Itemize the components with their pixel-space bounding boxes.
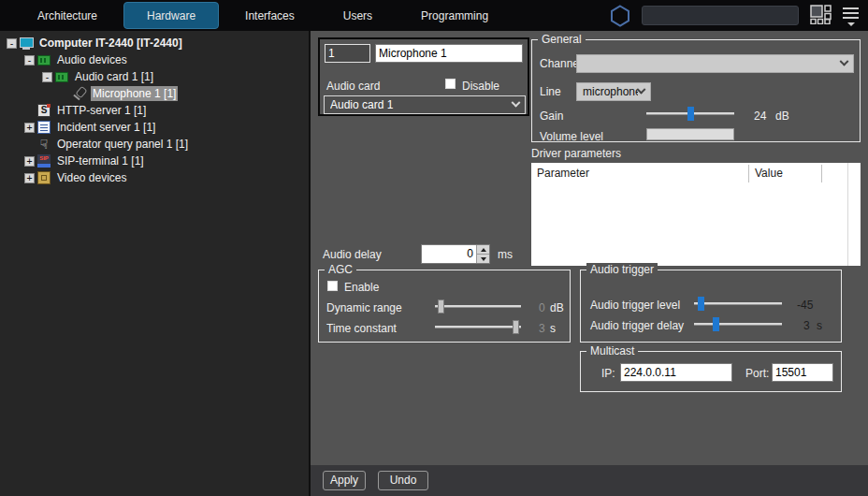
http-server-icon	[37, 104, 51, 117]
audio-trigger-delay-value: 3	[803, 319, 810, 332]
line-select[interactable]: microphone	[576, 82, 651, 101]
object-name-input[interactable]	[375, 44, 523, 63]
agc-group-title: AGC	[325, 263, 356, 276]
application-window: Architecture Hardware Interfaces Users P…	[0, 0, 868, 496]
multicast-group: Multicast IP: Port:	[580, 351, 842, 392]
scrollbar-track	[847, 163, 848, 266]
expand-icon[interactable]: +	[24, 156, 35, 167]
nav-tabs: Architecture Hardware Interfaces Users P…	[13, 0, 513, 31]
collapse-icon[interactable]: -	[7, 38, 17, 49]
video-devices-icon	[37, 171, 51, 184]
slider-track	[435, 326, 521, 328]
audio-trigger-delay-slider[interactable]	[694, 317, 782, 331]
tree-item[interactable]: Operator query panel 1 [1]	[0, 136, 309, 153]
slider-track	[694, 302, 782, 305]
slider-thumb[interactable]	[698, 297, 704, 311]
collapse-icon[interactable]: -	[42, 72, 52, 82]
channel-select[interactable]	[576, 54, 854, 73]
audio-card-label: Audio card	[326, 80, 380, 93]
tree-item-label: Incident server 1 [1]	[55, 120, 157, 135]
chevron-down-icon	[840, 56, 849, 66]
volume-level-bar	[646, 128, 734, 140]
tree-item-label: Audio card 1 [1]	[73, 69, 155, 84]
expand-icon[interactable]: +	[24, 173, 35, 183]
search-input[interactable]	[642, 6, 799, 25]
tree-item[interactable]: -Computer IT-2440 [IT-2440]	[0, 35, 309, 51]
slider-thumb[interactable]	[687, 107, 694, 121]
multicast-ip-input[interactable]	[620, 363, 732, 382]
time-constant-slider[interactable]	[435, 320, 521, 334]
tree-item[interactable]: HTTP-server 1 [1]	[0, 102, 309, 119]
tree-item[interactable]: +Incident server 1 [1]	[0, 119, 309, 136]
column-divider[interactable]	[748, 165, 749, 182]
undo-button[interactable]: Undo	[378, 471, 428, 490]
collapse-icon[interactable]: -	[24, 55, 35, 66]
device-tree: -Computer IT-2440 [IT-2440]-Audio device…	[0, 31, 309, 496]
slider-track	[435, 305, 521, 308]
disable-checkbox[interactable]	[444, 78, 456, 90]
column-header-value[interactable]: Value	[755, 167, 783, 180]
tree-item-label: Microphone 1 [1]	[91, 86, 178, 101]
down-arrow-icon	[481, 257, 486, 261]
tab-interfaces[interactable]: Interfaces	[221, 0, 319, 31]
agc-group: AGC Enable Dynamic range 0 dB Time const…	[318, 270, 571, 343]
hexagon-icon[interactable]	[610, 5, 630, 27]
gain-label: Gain	[540, 109, 563, 123]
tab-programming[interactable]: Programming	[397, 0, 513, 31]
tree-item[interactable]: -Audio card 1 [1]	[0, 68, 309, 85]
dynamic-range-slider[interactable]	[435, 299, 521, 314]
time-constant-value: 3	[539, 322, 545, 335]
expand-icon[interactable]: +	[24, 123, 35, 133]
audio-delay-unit: ms	[498, 248, 513, 261]
column-divider[interactable]	[821, 165, 822, 182]
tab-architecture[interactable]: Architecture	[13, 0, 122, 31]
driver-parameters-title: Driver parameters	[531, 147, 621, 160]
line-label: Line	[540, 85, 561, 98]
time-constant-label: Time constant	[326, 322, 397, 335]
tree-item-label: SIP-terminal 1 [1]	[55, 153, 146, 168]
gain-slider[interactable]	[646, 107, 734, 121]
config-panel: Audio card Disable Audio card 1 General …	[311, 31, 868, 465]
audio-delay-input[interactable]: 0	[421, 244, 490, 264]
driver-parameters-table[interactable]: Parameter Value	[531, 163, 861, 266]
sip-terminal-icon	[37, 154, 51, 168]
slider-track	[694, 323, 782, 326]
object-id-input[interactable]	[325, 44, 370, 63]
operator-panel-icon	[37, 138, 51, 151]
agc-enable-checkbox[interactable]	[326, 280, 339, 292]
identity-box: Audio card Disable Audio card 1	[318, 37, 529, 116]
audio-trigger-level-slider[interactable]	[694, 297, 782, 311]
tree-item[interactable]: -Audio devices	[0, 51, 309, 68]
multicast-port-label: Port:	[745, 367, 769, 380]
tree-item-label: Video devices	[55, 170, 129, 185]
tree-item[interactable]: +SIP-terminal 1 [1]	[0, 153, 309, 169]
audio-card-select[interactable]: Audio card 1	[324, 95, 526, 114]
tree-item[interactable]: Microphone 1 [1]	[0, 85, 309, 102]
multicast-port-input[interactable]	[772, 363, 833, 382]
general-group-title: General	[538, 33, 586, 46]
tab-hardware[interactable]: Hardware	[123, 2, 219, 29]
tree-item[interactable]: +Video devices	[0, 169, 309, 186]
audio-trigger-level-label: Audio trigger level	[590, 299, 680, 312]
slider-thumb[interactable]	[713, 317, 719, 331]
tree-item-label: HTTP-server 1 [1]	[55, 103, 148, 118]
gain-value: 24	[754, 109, 766, 123]
tree-item-label: Operator query panel 1 [1]	[55, 137, 190, 152]
spin-down-button[interactable]	[477, 255, 489, 263]
audio-trigger-group: Audio trigger Audio trigger level -45 Au…	[580, 270, 842, 343]
tree-item-label: Audio devices	[55, 52, 129, 67]
column-header-parameter[interactable]: Parameter	[537, 167, 589, 180]
menu-icon[interactable]	[843, 6, 859, 26]
action-bar: Apply Undo	[311, 465, 868, 496]
slider-thumb[interactable]	[438, 299, 444, 314]
spin-up-button[interactable]	[477, 245, 489, 255]
layout-grid-icon[interactable]	[810, 5, 832, 27]
audio-card-icon	[37, 55, 51, 66]
dynamic-range-value: 0	[539, 301, 545, 314]
tab-users[interactable]: Users	[319, 0, 397, 31]
volume-level-label: Volume level	[540, 130, 603, 143]
audio-trigger-delay-unit: s	[817, 319, 822, 332]
apply-button[interactable]: Apply	[323, 471, 366, 490]
slider-thumb[interactable]	[513, 320, 519, 334]
gain-unit: dB	[775, 109, 789, 123]
